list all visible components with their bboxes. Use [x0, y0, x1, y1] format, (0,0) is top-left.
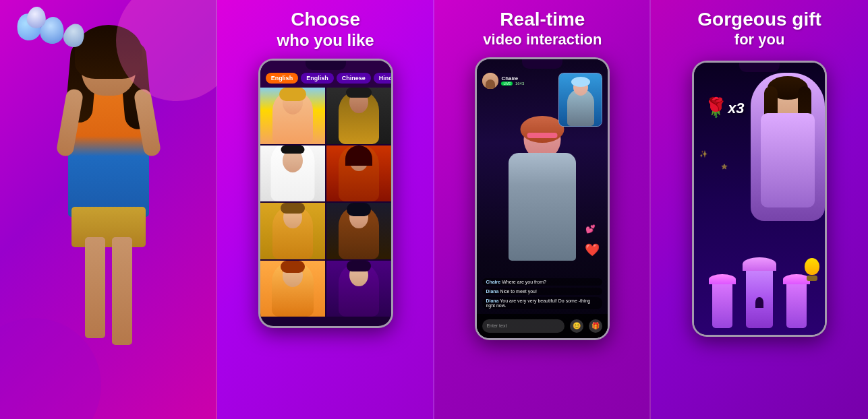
panel-4: Gorgeous gift for you 🌹: [651, 0, 868, 419]
emoji-button[interactable]: 😊: [570, 319, 583, 333]
input-placeholder: Enter text: [486, 323, 507, 328]
user-status: LIVE 1643: [501, 82, 524, 86]
panel-3: Real-time video interaction: [434, 0, 652, 419]
vid-sunglasses: [527, 133, 558, 138]
balloon-body: [805, 258, 819, 275]
vid-hair: [521, 116, 565, 143]
phone-notch-2: [306, 61, 346, 70]
user-info: Chaire LIVE 1643: [482, 73, 524, 89]
lang-tab-english[interactable]: English: [301, 73, 334, 84]
viewer-count: 1643: [515, 82, 524, 86]
chat-message-2: Diana Nice to meet you!: [482, 288, 602, 295]
phone-3: Chaire LIVE 1643 ❤️ 💕 Chaire Where are y…: [475, 57, 610, 340]
balloons-area: [10, 13, 91, 94]
leg-right: [112, 237, 132, 345]
photo-cell-8: [326, 261, 391, 317]
gift-body: [761, 113, 815, 207]
phone-notch-3: [522, 59, 562, 69]
phone-4: 🌹 x3: [692, 61, 827, 337]
castle-right-tower: [786, 281, 807, 328]
gift-woman: [751, 73, 825, 221]
multiplier-badge: x3: [728, 100, 744, 117]
lang-tab-chinese[interactable]: Chinese: [337, 73, 371, 84]
bottom-bar: Enter text 😊 🎁: [477, 314, 608, 338]
castle-area: [699, 240, 820, 328]
user-avatar: [482, 73, 498, 89]
photo-cell-6: [326, 203, 391, 259]
photo-cell-4: [326, 146, 391, 202]
heart-icon: ❤️: [585, 243, 600, 257]
sparkle-2: ⭐: [721, 164, 728, 170]
photo-cell-1: [260, 88, 325, 144]
panel-3-title: Real-time video interaction: [476, 0, 608, 54]
balloon-3: [61, 21, 88, 50]
chat-message-3: Diana You are very very beautiful! Do so…: [482, 297, 602, 309]
panel-1: [0, 0, 217, 419]
photo-cell-2: [326, 88, 391, 144]
panel-2-title: Choose who you like: [270, 0, 381, 55]
panel-4-title: Gorgeous gift for you: [691, 0, 828, 54]
pip-video: [558, 73, 602, 127]
balloon-decor: [805, 258, 819, 281]
castle-window: [755, 297, 763, 308]
chat-overlay: Chaire Where are you from? Diana Nice to…: [482, 278, 602, 311]
gift-button[interactable]: 🎁: [589, 319, 602, 333]
photo-cell-5: [260, 203, 325, 259]
sparkle-1: ✨: [699, 150, 707, 158]
castle-left-dome: [709, 274, 736, 284]
phone-2: English English Chinese Hindi: [258, 59, 393, 328]
photo-cell-7: [260, 261, 325, 317]
user-details: Chaire LIVE 1643: [501, 75, 524, 86]
video-screen: Chaire LIVE 1643 ❤️ 💕 Chaire Where are y…: [477, 59, 608, 338]
panel-2: Choose who you like English English Chin…: [217, 0, 434, 419]
phone-notch-4: [739, 63, 780, 72]
gift-screen: 🌹 x3: [694, 63, 825, 335]
vid-body: [509, 153, 576, 261]
rose-gift-icon: 🌹: [704, 96, 728, 119]
heart-icon-small: 💕: [585, 224, 596, 234]
lang-tab-hindi[interactable]: Hindi: [374, 73, 393, 84]
lang-tab-english-active[interactable]: English: [266, 73, 299, 84]
live-badge: LIVE: [501, 82, 513, 86]
balloon-basket: [807, 276, 817, 281]
castle-left-tower: [712, 281, 732, 328]
shorts: [71, 207, 146, 247]
photo-cell-3: [260, 146, 325, 202]
video-bg: Chaire LIVE 1643 ❤️ 💕 Chaire Where are y…: [477, 59, 608, 338]
chat-message-1: Chaire Where are you from?: [482, 278, 602, 286]
photo-grid: [260, 88, 391, 317]
castle-main-dome: [743, 257, 776, 271]
chat-input[interactable]: Enter text: [482, 319, 565, 333]
leg-left: [85, 237, 105, 338]
